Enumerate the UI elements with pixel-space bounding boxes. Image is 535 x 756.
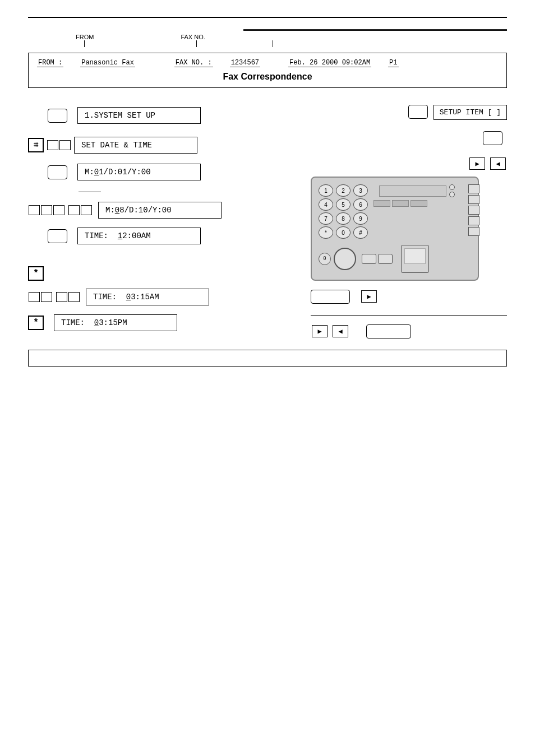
step1-button[interactable] (48, 109, 67, 123)
number-pad: 1 2 3 4 5 6 7 8 9 * 0 # (319, 184, 369, 242)
step7-underline: 0 (94, 318, 99, 327)
bottom-small-1[interactable] (362, 254, 376, 264)
left-arrow-final[interactable]: ◀ (333, 325, 348, 337)
step6-box4 (68, 292, 80, 302)
step2-smallbox2 (59, 140, 71, 150)
bottom-small-2[interactable] (378, 254, 393, 264)
light-2 (449, 192, 455, 197)
main-instructions: 1.SYSTEM SET UP ⌗ SET DATE & TIME M:01/D… (28, 105, 507, 338)
connector-line-2 (196, 40, 197, 47)
right-column: SETUP ITEM [ ] ▶ ◀ 1 2 (311, 105, 507, 338)
step5-button[interactable] (48, 229, 67, 243)
step5-row: TIME: 12:00AM (28, 225, 299, 247)
top-divider (28, 17, 507, 18)
final-step-btn[interactable] (366, 324, 411, 338)
side-btn-3[interactable] (468, 206, 479, 215)
indicator-lights (449, 184, 455, 197)
right-arrow-final[interactable]: ▶ (312, 325, 328, 337)
small-btn-c[interactable] (411, 200, 427, 207)
paper-slot (404, 248, 426, 264)
light-1 (449, 184, 455, 190)
step4-row: M:08/D:10/Y:00 (28, 200, 299, 221)
step4-box1 (29, 205, 40, 215)
bottom-btn-special[interactable]: θ (319, 253, 331, 265)
step3-button[interactable] (48, 165, 67, 179)
bottom-step-btn[interactable] (311, 290, 350, 304)
step6-display: TIME: 03:15AM (86, 289, 209, 305)
step4-box3 (53, 205, 64, 215)
key-2[interactable]: 2 (336, 184, 350, 197)
big-circle-btn[interactable] (334, 248, 356, 270)
keypad-diagram: 1 2 3 4 5 6 7 8 9 * 0 # (311, 177, 479, 281)
fax-from-line: FROM : Panasonic Fax FAX NO. : 1234567 F… (37, 59, 498, 67)
step3-note (28, 187, 299, 194)
hash-button[interactable]: ⌗ (28, 138, 44, 152)
step7-row: * TIME: 03:15PM (28, 312, 299, 333)
step4-box2 (41, 205, 52, 215)
arrow-buttons-top: ▶ ◀ (311, 156, 507, 171)
small-btn-a[interactable] (373, 200, 390, 207)
faxno-label-above: FAX NO. (181, 34, 205, 40)
connector-line-3 (273, 40, 273, 47)
setup-small-row (311, 131, 507, 145)
star-section: * (28, 266, 299, 281)
star-button[interactable]: * (28, 266, 44, 281)
key-6[interactable]: 6 (353, 198, 368, 211)
step1-display: 1.SYSTEM SET UP (77, 107, 201, 124)
from-field-label: FROM : (37, 59, 63, 67)
setup-item-row: SETUP ITEM [ ] (311, 105, 507, 120)
page-number: P1 (388, 59, 398, 67)
key-5[interactable]: 5 (336, 198, 350, 211)
key-7[interactable]: 7 (319, 212, 333, 225)
fax-no-value: 1234567 (230, 59, 260, 67)
connector-line-1 (84, 40, 85, 47)
small-btn-row1 (373, 200, 471, 207)
key-8[interactable]: 8 (336, 212, 350, 225)
setup-small-btn[interactable] (483, 131, 502, 145)
key-1[interactable]: 1 (319, 184, 333, 197)
step4-display: M:08/D:10/Y:00 (98, 202, 222, 219)
step4-box4 (68, 205, 80, 215)
side-btn-1[interactable] (468, 184, 479, 193)
key-9[interactable]: 9 (353, 212, 368, 225)
step2-row: ⌗ SET DATE & TIME (28, 134, 299, 156)
bottom-small-row (362, 254, 393, 264)
datetime-value: Feb. 26 2000 09:02AM (288, 59, 371, 67)
side-btn-5[interactable] (468, 227, 479, 236)
setup-btn[interactable] (408, 105, 428, 119)
setup-item-display: SETUP ITEM [ ] (433, 105, 507, 120)
bottom-control-row: ▶ (311, 289, 507, 304)
section-divider (311, 315, 507, 316)
from-label-above: FROM (76, 34, 94, 40)
step2-display: SET DATE & TIME (74, 137, 197, 154)
small-btn-b[interactable] (392, 200, 409, 207)
side-btn-4[interactable] (468, 216, 479, 225)
step4-box5 (81, 205, 92, 215)
step6-box2 (41, 292, 52, 302)
page: FROM FAX NO. FROM : Panasonic Fax FAX NO… (0, 0, 535, 756)
keypad-bottom-row: θ (319, 245, 471, 273)
step5-display: TIME: 12:00AM (77, 228, 201, 244)
key-3[interactable]: 3 (353, 184, 368, 197)
key-4[interactable]: 4 (319, 198, 333, 211)
faxno-field-label: FAX NO. : (174, 59, 213, 67)
keypad-top-area: 1 2 3 4 5 6 7 8 9 * 0 # (319, 184, 471, 242)
left-column: 1.SYSTEM SET UP ⌗ SET DATE & TIME M:01/D… (28, 105, 299, 338)
right-arrow-btn-bottom[interactable]: ▶ (361, 290, 377, 303)
right-side-btns (468, 184, 479, 236)
bottom-right-btns (362, 254, 393, 264)
key-star[interactable]: * (319, 226, 333, 239)
left-arrow-btn-top[interactable]: ◀ (490, 157, 506, 170)
step6-box3 (56, 292, 67, 302)
key-hash[interactable]: # (353, 226, 368, 239)
keypad-grid: 1 2 3 4 5 6 7 8 9 * 0 # (319, 184, 369, 239)
bottom-arrows-pair: ▶ ◀ (311, 324, 507, 338)
keypad-display-row (373, 184, 471, 197)
side-btn-2[interactable] (468, 195, 479, 204)
right-arrow-btn-top[interactable]: ▶ (469, 157, 485, 170)
fax-header-section: FROM FAX NO. FROM : Panasonic Fax FAX NO… (28, 29, 507, 88)
bottom-bar (28, 350, 507, 367)
step4-underline: 0 (115, 206, 119, 215)
key-0[interactable]: 0 (336, 226, 350, 239)
star-button2[interactable]: * (28, 316, 44, 330)
